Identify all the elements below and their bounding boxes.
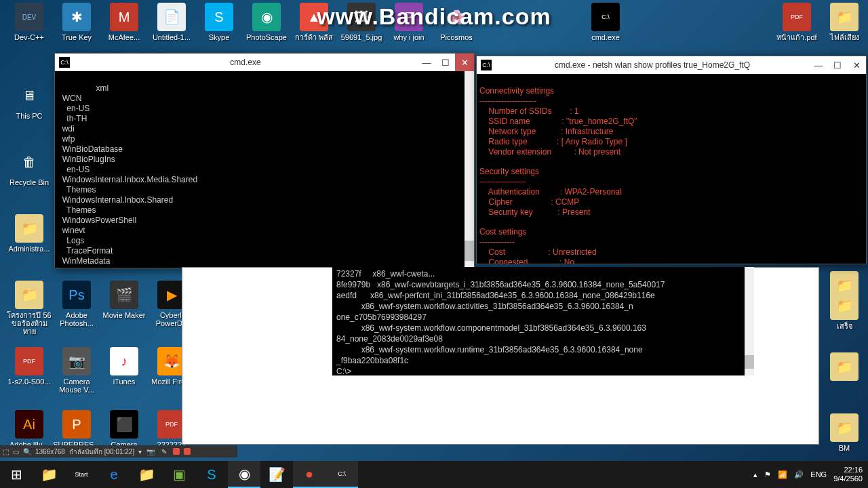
desktop-icon-camera-mouse-v-[interactable]: 📷Camera Mouse V... [53,347,100,394]
close-button[interactable]: ✕ [847,56,866,74]
taskbar-start-menu[interactable]: Start [65,461,98,488]
app-icon: ♪ [110,347,138,375]
taskbar[interactable]: ⊞📁Starte📁▣S◉📝●C:\ ▴ ⚑ 📶 🔊 ENG 22:16 9/4/… [0,461,868,488]
icon-label: Untitled-1... [148,33,195,41]
desktop-icon-recycle-bin[interactable]: 🗑Recycle Bin [5,148,53,186]
app-icon: 📁 [830,413,859,442]
desktop-icon-superres-[interactable]: PSUPERRES... [53,410,100,449]
desktop-icon-adobe-illu-[interactable]: AiAdobe Illu... [5,410,53,449]
dropdown-icon[interactable]: ▾ [138,448,142,455]
cmd-window-1[interactable]: C:\ cmd.exe — ☐ ✕ xml WCN en-US th-TH wd… [54,53,475,268]
icon-label: หน้าแก้า.pdf [773,33,821,41]
taskbar-bandicam[interactable]: ● [293,461,326,488]
desktop-icon-adobe-photosh-[interactable]: PsAdobe Photosh... [53,281,100,327]
network-icon[interactable]: 📶 [778,470,787,479]
desktop-icon-bm[interactable]: 📁BM [821,413,868,452]
icon-label: PhotoScape [243,33,290,41]
window-title: cmd.exe [74,58,417,67]
magnify-icon: 🔍 [23,448,31,455]
icon-label: 1-s2.0-S00... [5,378,53,386]
app-icon: ⬛ [110,410,138,439]
taskbar-cmd[interactable]: C:\ [326,461,358,488]
desktop-icon-administra-[interactable]: 📁Administra... [5,214,53,253]
taskbar-explorer[interactable]: 📁 [130,461,163,488]
taskbar-ie[interactable]: e [98,461,130,488]
icon-label: McAfee... [100,33,148,41]
clock[interactable]: 22:16 9/4/2560 [833,466,863,483]
desktop-icon-this-pc[interactable]: 🖥This PC [5,81,53,120]
taskbar-store[interactable]: ▣ [163,461,195,488]
fullscreen-icon: ▭ [13,448,19,455]
system-tray[interactable]: ▴ ⚑ 📶 🔊 ENG 22:16 9/4/2560 [753,466,868,483]
cmd-window-winsxs[interactable]: 72327f x86_wwf-cweta... 8fe9979b x86_wwf… [332,267,753,375]
taskbar-start-button[interactable]: ⊞ [0,461,33,488]
icon-label: iTunes [100,378,148,386]
desktop-icon-untitled-1-[interactable]: 📄Untitled-1... [148,3,195,41]
taskbar-chrome[interactable]: ◉ [228,461,260,488]
titlebar[interactable]: C:\ cmd.exe - netsh wlan show profiles t… [477,56,866,74]
maximize-button[interactable]: ☐ [436,54,455,71]
desktop-icon-mcafee-[interactable]: MMcAfee... [100,3,148,41]
desktop-icon-itunes[interactable]: ♪iTunes [100,347,148,386]
desktop-icon--pdf[interactable]: PDFหน้าแก้า.pdf [773,3,821,41]
cmd-icon: C:\ [59,57,70,68]
cmd-icon: C:\ [481,60,492,70]
desktop-icon-folder[interactable]: 📁 [821,271,868,302]
desktop-icon-dev-c-[interactable]: DEVDev-C++ [5,3,53,41]
desktop: www.Bandicam.com DEVDev-C++✱True KeyMMcA… [0,0,868,461]
desktop-icon-folder[interactable]: 📁 [821,352,868,383]
desktop-icon--56-[interactable]: 📁โครงการปี 56 ขอร้องห้ามทาย [5,281,53,336]
titlebar[interactable]: C:\ cmd.exe — ☐ ✕ [55,54,474,71]
app-icon: 🎬 [110,281,138,309]
app-icon: 📁 [830,3,859,31]
cmd-output[interactable]: xml WCN en-US th-TH wdi wfp WinBioDataba… [55,71,474,268]
icon-label: BM [821,444,868,452]
bandicam-recordbar[interactable]: ⬚ ▭ 🔍 1366x768 กำลังบันทึก [00:01:22] ▾ … [0,445,237,458]
taskbar-notepad[interactable]: 📝 [260,461,293,488]
scrollbar[interactable] [465,71,474,268]
desktop-icon-camera[interactable]: ⬛Camera [100,410,148,449]
maximize-button[interactable]: ☐ [828,56,847,74]
record-status: กำลังบันทึก [00:01:22] [69,447,134,457]
app-icon: Ai [15,410,43,439]
icon-label: why i join [385,33,433,41]
taskbar-skype[interactable]: S [195,461,228,488]
app-icon: M [110,3,138,31]
app-icon: Ps [62,281,91,309]
icon-label: Picosmos [433,33,480,41]
record-button[interactable] [173,448,180,455]
desktop-icon-photoscape[interactable]: ◉PhotoScape [243,3,290,41]
taskbar-file-explorer[interactable]: 📁 [33,461,65,488]
desktop-icon-movie-maker[interactable]: 🎬Movie Maker [100,281,148,319]
icon-label: เสร็จ [821,322,868,330]
scrollbar[interactable] [745,267,754,375]
icon-label: Movie Maker [100,311,148,319]
icon-label: This PC [5,112,53,120]
cmd-window-netsh[interactable]: C:\ cmd.exe - netsh wlan show profiles t… [476,56,867,264]
app-icon: P [62,410,91,439]
stop-button[interactable] [184,448,191,455]
bandicam-watermark: www.Bandicam.com [317,3,551,30]
close-button[interactable]: ✕ [455,54,474,71]
cmd-output[interactable]: Connectivity settings ------------------… [477,74,866,264]
app-icon: 📁 [830,271,859,300]
action-center-icon[interactable]: ⚑ [764,470,771,479]
app-icon: 🖥 [15,81,43,110]
minimize-button[interactable]: — [417,54,436,71]
icon-label: cmd.exe [582,33,629,41]
tray-up-icon[interactable]: ▴ [753,470,757,479]
app-icon: ✱ [62,3,91,31]
volume-icon[interactable]: 🔊 [794,470,804,479]
pen-icon[interactable]: ✎ [159,447,169,455]
camera-icon[interactable]: 📷 [146,447,155,455]
icon-label: Recycle Bin [5,178,53,186]
language-indicator[interactable]: ENG [810,470,827,479]
desktop-icon-true-key[interactable]: ✱True Key [53,3,100,41]
minimize-button[interactable]: — [809,56,828,74]
desktop-icon-cmd-exe[interactable]: C:\cmd.exe [582,3,629,41]
desktop-icon-1-s2-0-s00-[interactable]: PDF1-s2.0-S00... [5,347,53,386]
app-icon: PDF [783,3,811,31]
desktop-icon-skype[interactable]: SSkype [195,3,243,41]
icon-label: Skype [195,33,243,41]
desktop-icon--[interactable]: 📁ไฟล์เสียง [821,3,868,41]
